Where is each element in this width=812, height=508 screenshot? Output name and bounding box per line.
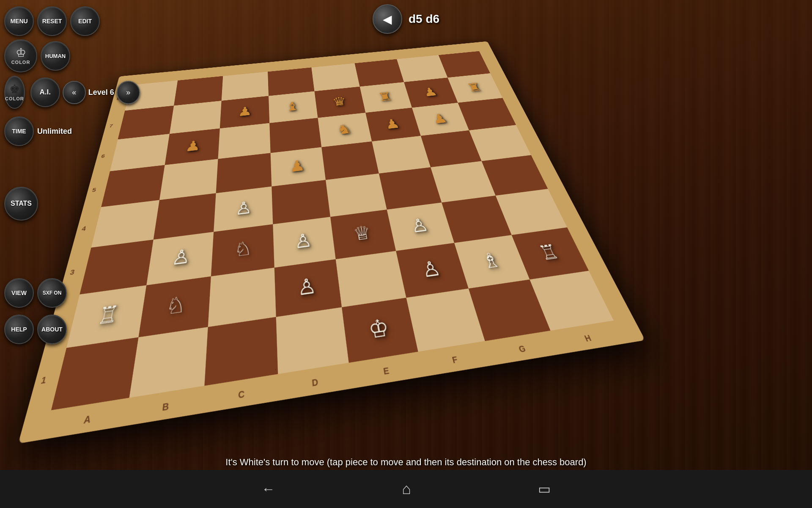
view-row: VIEW SXF ON (4, 278, 80, 308)
cell-7-3[interactable] (276, 307, 349, 374)
black-piece-2-4[interactable]: ♞ (318, 113, 371, 147)
cell-1-3[interactable]: ♝ (269, 91, 318, 123)
cell-2-1[interactable]: ♟ (165, 128, 220, 165)
time-row: TIME Unlimited (4, 116, 80, 146)
cell-7-4[interactable]: ♔ (342, 298, 418, 363)
prev-level-button[interactable]: « (63, 81, 86, 104)
coord-b: B (162, 400, 169, 413)
cell-2-4[interactable]: ♞ (318, 113, 371, 147)
cell-3-3[interactable]: ♟ (270, 147, 326, 186)
cell-7-2[interactable] (204, 317, 277, 386)
color2-row: ♚ COLOR A.I. « Level 6 » (4, 76, 80, 109)
color1-row: ♔ COLOR HUMAN (4, 39, 80, 72)
black-piece-3-3[interactable]: ♟ (270, 147, 326, 186)
about-button[interactable]: ABOUT (37, 315, 67, 344)
time-value: Unlimited (37, 127, 72, 136)
cell-6-3[interactable]: ♙ (274, 259, 342, 317)
coord-6: 6 (101, 153, 106, 159)
ai-controls: A.I. « Level 6 » (30, 77, 140, 107)
top-button-row: MENU RESET EDIT (4, 6, 80, 36)
move-notation: d5 d6 (409, 12, 439, 26)
color2-button[interactable]: ♚ COLOR (4, 76, 25, 109)
back-button[interactable]: ◀ (373, 4, 402, 34)
navigation-bar: ← ⌂ ▭ (0, 470, 812, 508)
sidebar: MENU RESET EDIT ♔ COLOR HUMAN ♚ COLOR A.… (0, 0, 85, 364)
coord-h: H (583, 333, 593, 344)
white-piece-7-4[interactable]: ♔ (342, 298, 418, 363)
nav-back-button[interactable]: ← (261, 481, 275, 497)
level-label: Level 6 (88, 88, 114, 97)
black-piece-1-2[interactable]: ♟ (220, 96, 269, 128)
black-piece-2-1[interactable]: ♟ (165, 128, 220, 165)
black-piece-2-5[interactable]: ♟ (365, 108, 421, 141)
sxf-button[interactable]: SXF ON (37, 278, 67, 308)
white-king-icon: ♔ (16, 47, 26, 59)
coord-a: A (83, 412, 92, 425)
menu-button[interactable]: MENU (4, 6, 34, 36)
coord-7: 7 (109, 123, 113, 128)
color1-label: COLOR (11, 60, 30, 65)
human-button[interactable]: HUMAN (41, 41, 70, 71)
cell-5-4[interactable]: ♕ (330, 210, 395, 259)
time-button[interactable]: TIME (4, 116, 34, 146)
coord-g: G (517, 343, 527, 354)
coord-1: 1 (40, 374, 48, 386)
cell-1-7[interactable]: ♜ (447, 73, 502, 102)
cell-6-4[interactable] (336, 251, 406, 307)
cell-7-1[interactable] (129, 327, 208, 398)
black-king-icon: ♚ (9, 83, 20, 95)
status-message: It's White's turn to move (tap piece to … (0, 457, 812, 468)
coord-d: D (312, 376, 319, 389)
ai-button[interactable]: A.I. (30, 77, 60, 107)
help-row: HELP ABOUT (4, 315, 80, 344)
color1-button[interactable]: ♔ COLOR (4, 39, 37, 72)
board-container: 8 7 6 5 4 3 2 1 ♟♝♛♜♟♜♟♞♟♟♟♙♙♘♙♕♙♖♘♙♙♗♖♔… (72, 0, 622, 377)
edit-button[interactable]: EDIT (70, 6, 100, 36)
cell-5-2[interactable]: ♘ (211, 224, 274, 276)
coord-e: E (382, 365, 390, 377)
reset-button[interactable]: RESET (37, 6, 67, 36)
white-piece-6-3[interactable]: ♙ (274, 259, 342, 317)
nav-recent-button[interactable]: ▭ (538, 481, 551, 497)
black-piece-1-3[interactable]: ♝ (269, 91, 318, 123)
help-button[interactable]: HELP (4, 315, 34, 344)
stats-button[interactable]: STATS (4, 187, 38, 221)
next-level-button[interactable]: » (117, 81, 140, 104)
coord-5: 5 (91, 187, 97, 193)
nav-home-button[interactable]: ⌂ (402, 480, 411, 498)
white-piece-5-2[interactable]: ♘ (211, 224, 274, 276)
cell-1-2[interactable]: ♟ (220, 96, 269, 128)
stats-row: STATS (4, 187, 80, 221)
white-piece-5-4[interactable]: ♕ (330, 210, 395, 259)
color2-label: COLOR (5, 96, 24, 101)
white-piece-6-1[interactable]: ♘ (138, 276, 211, 337)
black-piece-1-7[interactable]: ♜ (447, 73, 502, 102)
back-arrow-icon: ◀ (383, 12, 392, 26)
cell-2-5[interactable]: ♟ (365, 108, 421, 141)
status-bar: ◀ d5 d6 (373, 4, 439, 34)
coord-f: F (451, 354, 458, 365)
view-button[interactable]: VIEW (4, 278, 34, 308)
coord-c: C (238, 388, 244, 400)
cell-6-1[interactable]: ♘ (138, 276, 211, 337)
